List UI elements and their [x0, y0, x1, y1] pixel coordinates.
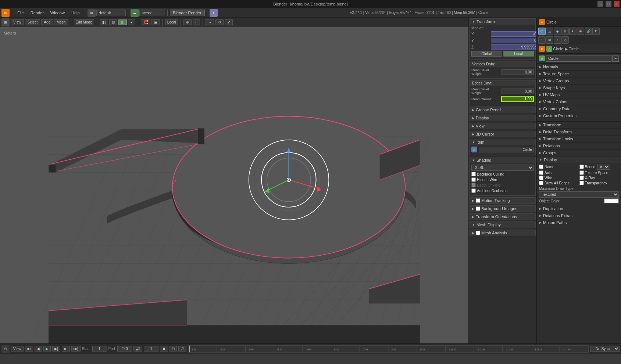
- y-input[interactable]: [491, 38, 536, 43]
- normals-tab[interactable]: ↑: [538, 36, 546, 44]
- transform-locks-header[interactable]: ▶ Transform Locks ···: [537, 136, 621, 142]
- background-images-check[interactable]: [476, 206, 480, 211]
- relations-header[interactable]: ▶ Relations ···: [537, 143, 621, 149]
- duplication-header[interactable]: ▶ Duplication ···: [537, 205, 621, 212]
- scene-icon[interactable]: ☁: [131, 9, 139, 17]
- tool-rotate[interactable]: ↻: [215, 19, 224, 25]
- texture-space-header[interactable]: ▶ Texture Space ···: [537, 71, 621, 77]
- edge-bevel-input[interactable]: [502, 89, 534, 94]
- tool-scale[interactable]: ⤢: [225, 19, 233, 25]
- shading-material[interactable]: ◫: [118, 19, 127, 25]
- bound-checkbox[interactable]: [579, 165, 584, 169]
- keyframe-record-btn[interactable]: ⏺: [160, 346, 168, 352]
- sync-btn[interactable]: ⏱: [178, 346, 186, 352]
- shape-keys-header[interactable]: ▶ Shape Keys ···: [537, 84, 621, 91]
- hidden-wire-check[interactable]: [471, 177, 476, 182]
- add-menu[interactable]: Add: [41, 19, 53, 25]
- backface-culling-check[interactable]: [471, 172, 476, 176]
- vertex-groups-header[interactable]: ▶ Vertex Groups ···: [537, 78, 621, 84]
- menu-window[interactable]: Window: [47, 10, 68, 16]
- viewport-type-icon[interactable]: ⊞: [1, 18, 10, 26]
- sync-mode-select[interactable]: No Sync: [590, 346, 620, 352]
- mesh-analysis-check[interactable]: [476, 231, 480, 235]
- particles-tab[interactable]: ✦: [569, 28, 577, 35]
- play-btn[interactable]: ▶: [43, 346, 51, 352]
- render-engine-dropdown[interactable]: Blender Render: [170, 10, 205, 16]
- motion-paths-header[interactable]: ▶ Motion Paths ···: [537, 219, 621, 226]
- proportional-edit[interactable]: ○: [193, 19, 200, 25]
- background-images-header[interactable]: ▶ Background Images: [470, 206, 535, 212]
- shading-solid[interactable]: ◧: [100, 19, 108, 25]
- shading-wire[interactable]: ⊡: [109, 19, 117, 25]
- groups-header[interactable]: ▶ Groups ···: [537, 149, 621, 156]
- minimize-button[interactable]: —: [597, 1, 603, 7]
- frame-prev-btn[interactable]: ◀: [35, 346, 42, 352]
- timeline-type-icon[interactable]: ⏲: [1, 345, 10, 353]
- draw-all-edges-checkbox[interactable]: [539, 181, 543, 185]
- screen-layout-dropdown[interactable]: default: [96, 10, 126, 16]
- axis-checkbox[interactable]: [539, 170, 543, 175]
- transform-orientations-header[interactable]: ▶ Transform Orientations: [470, 214, 535, 220]
- snap-magnet[interactable]: 🧲: [141, 19, 150, 25]
- shape-keys-tab[interactable]: ◇: [561, 36, 569, 44]
- physics-tab[interactable]: ⊕: [577, 28, 584, 35]
- mean-bevel-input[interactable]: [502, 69, 534, 75]
- select-menu[interactable]: Select: [25, 19, 40, 25]
- timeline-scale[interactable]: 10 20 30 40 50 60 70 80 90 100 110 120 1…: [188, 345, 589, 353]
- f-badge[interactable]: F: [612, 55, 619, 62]
- item-header[interactable]: ▼ Item: [470, 139, 535, 145]
- menu-help[interactable]: Help: [68, 10, 83, 16]
- depth-of-field-check[interactable]: [471, 183, 476, 187]
- local-button[interactable]: Local: [503, 51, 534, 57]
- view-menu[interactable]: View: [11, 19, 24, 25]
- menu-file[interactable]: File: [14, 10, 27, 16]
- vertex-groups-tab[interactable]: ○: [554, 36, 561, 44]
- custom-properties-header[interactable]: ▶ Custom Properties ···: [537, 112, 621, 119]
- relations-extras-header[interactable]: ▶ Relations Extras ···: [537, 212, 621, 219]
- mean-crease-input[interactable]: [501, 96, 534, 102]
- mesh-analysis-header[interactable]: ▶ Mesh Analysis: [470, 230, 535, 236]
- uv-tab[interactable]: ⊞: [546, 36, 553, 44]
- grease-pencil-header[interactable]: ▶ Grease Pencil: [470, 107, 535, 113]
- z-input[interactable]: [491, 44, 536, 50]
- camera-icon[interactable]: ●: [210, 9, 218, 17]
- mesh-menu[interactable]: Mesh: [54, 19, 68, 25]
- start-frame-input[interactable]: [92, 346, 107, 352]
- close-button[interactable]: ✕: [614, 1, 620, 7]
- obj-transform-header[interactable]: ▶ Transform ···: [537, 122, 621, 128]
- normals-header[interactable]: ▶ Normals ···: [537, 64, 621, 70]
- view-timeline-btn[interactable]: View: [11, 346, 24, 352]
- cursor-header[interactable]: ▶ 3D Cursor: [470, 131, 535, 137]
- material-tab[interactable]: ◈: [554, 28, 561, 35]
- frame-start-btn[interactable]: ⏮: [25, 346, 33, 352]
- mesh-tab[interactable]: △: [546, 28, 553, 35]
- texture-space-checkbox[interactable]: [579, 170, 584, 175]
- end-frame-input[interactable]: [117, 346, 132, 352]
- transform-section-header[interactable]: ▼ Transform: [470, 19, 535, 25]
- edges-section-header[interactable]: Edges Data:: [470, 80, 535, 86]
- uv-maps-header[interactable]: ▶ UV Maps ···: [537, 91, 621, 98]
- max-draw-type-select[interactable]: Textured: [539, 191, 619, 198]
- wire-checkbox[interactable]: [539, 176, 543, 180]
- data-name-input[interactable]: [546, 55, 611, 62]
- transparency-checkbox[interactable]: [579, 181, 584, 185]
- view-header[interactable]: ▶ View: [470, 123, 535, 129]
- frame-next-btn[interactable]: ▶|: [52, 346, 61, 352]
- display-obj-header[interactable]: ▼ Display ···: [537, 156, 621, 163]
- maximize-button[interactable]: □: [606, 1, 611, 7]
- vertices-section-header[interactable]: Vertices Data:: [470, 61, 535, 67]
- bound-type-select[interactable]: Box: [597, 164, 610, 170]
- transform-orientation[interactable]: Local: [165, 19, 178, 25]
- window-controls[interactable]: — □ ✕: [597, 1, 620, 7]
- delta-transform-header[interactable]: ▶ Delta Transform ···: [537, 129, 621, 135]
- viewport[interactable]: ⊞ View Select Add Mesh Edit Mode ◧ ⊡ ◫ ●…: [0, 18, 468, 343]
- current-frame-input[interactable]: [144, 346, 158, 352]
- tool-translate[interactable]: ↔: [206, 19, 214, 25]
- x-input[interactable]: [491, 31, 536, 37]
- vertex-colors-header[interactable]: ▶ Vertex Colors ···: [537, 98, 621, 105]
- motion-tracking-check[interactable]: [476, 198, 480, 203]
- object-color-swatch[interactable]: [604, 198, 619, 203]
- jump-btn[interactable]: ⏭|: [71, 346, 81, 352]
- audio-sync-btn[interactable]: 🔊: [133, 346, 142, 352]
- onion-skin-btn[interactable]: ⊡: [169, 346, 177, 352]
